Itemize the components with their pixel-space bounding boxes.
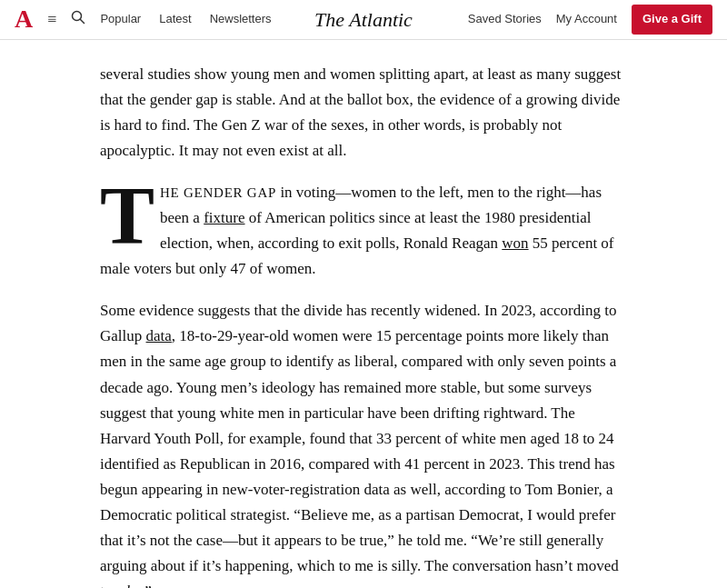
paragraph-drop-cap: THE GENDER GAP in voting—women to the le… bbox=[100, 180, 627, 282]
saved-stories-link[interactable]: Saved Stories bbox=[468, 10, 542, 29]
drop-cap-letter: T bbox=[100, 187, 154, 246]
para2-end: .” bbox=[141, 583, 152, 588]
fixture-link[interactable]: fixture bbox=[204, 209, 244, 226]
svg-line-1 bbox=[81, 19, 85, 23]
para2-rest: , 18-to-29-year-old women were 15 percen… bbox=[100, 327, 619, 588]
nav-item-popular[interactable]: Popular bbox=[100, 10, 141, 29]
site-title: The Atlantic bbox=[314, 4, 413, 35]
paragraph-intro: several studies show young men and women… bbox=[100, 62, 627, 164]
give-gift-button[interactable]: Give a Gift bbox=[632, 5, 712, 35]
nav-item-newsletters[interactable]: Newsletters bbox=[210, 10, 272, 29]
my-account-link[interactable]: My Account bbox=[556, 10, 617, 29]
drop-cap-small-caps: HE GENDER GAP bbox=[160, 185, 276, 200]
won-link[interactable]: won bbox=[502, 234, 528, 252]
hamburger-icon[interactable]: ≡ bbox=[47, 6, 56, 33]
nav-item-latest[interactable]: Latest bbox=[159, 10, 191, 29]
header-left: A ≡ Popular Latest Newsletters bbox=[15, 6, 272, 33]
header-right: Saved Stories My Account Give a Gift bbox=[468, 5, 712, 35]
why-italic: why bbox=[115, 583, 140, 588]
search-icon[interactable] bbox=[71, 8, 85, 32]
data-link[interactable]: data bbox=[146, 327, 172, 344]
site-header: A ≡ Popular Latest Newsletters The Atlan… bbox=[0, 0, 727, 40]
article-body: several studies show young men and women… bbox=[82, 40, 645, 588]
logo-a[interactable]: A bbox=[15, 6, 33, 32]
primary-nav: Popular Latest Newsletters bbox=[100, 10, 271, 29]
paragraph-evidence: Some evidence suggests that the divide h… bbox=[100, 298, 627, 588]
